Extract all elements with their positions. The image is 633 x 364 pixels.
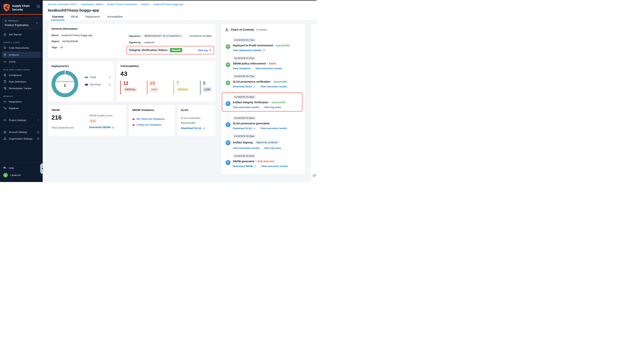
sbom-total-dependencies: 216 bbox=[52, 114, 84, 121]
external-link-icon bbox=[209, 49, 212, 52]
breadcrumb-organization[interactable]: Organization: default bbox=[81, 3, 103, 6]
allow-list-violations-link[interactable]: 637 Allow list Violations bbox=[132, 117, 172, 120]
chain-event-artifact-integrity-verification: 01/16/2025 03:26pm Artifact Integrity Ve… bbox=[222, 92, 302, 112]
feedback-chat-icon[interactable] bbox=[312, 173, 316, 177]
tab-vulnerabilities[interactable]: Vulnerabilities bbox=[107, 15, 123, 20]
view-violations-link[interactable]: View violations bbox=[233, 67, 250, 70]
severity-low: 9 LOW bbox=[200, 80, 212, 94]
view-execution-results-link[interactable]: View execution results bbox=[260, 85, 287, 88]
sidebar-item-rule-definitions[interactable]: Rule Definitions bbox=[0, 78, 43, 85]
integrations-icon bbox=[3, 100, 6, 103]
event-title: SBOM generated bbox=[233, 160, 254, 163]
sidebar-item-artifacts[interactable]: Artifacts bbox=[2, 52, 41, 58]
scan-search-icon bbox=[226, 122, 230, 127]
sidebar-item-label: CI/CD bbox=[9, 60, 16, 63]
signed-by-badge: Signed by Lavakush bbox=[254, 140, 280, 145]
artifact-name: lavakush07/easy-buggy-app bbox=[61, 34, 92, 36]
view-execution-results-link[interactable]: View execution results bbox=[255, 67, 282, 70]
event-status: failed bbox=[269, 62, 276, 65]
sidebar-item-integrations[interactable]: Integrations bbox=[0, 98, 43, 105]
download-sbom-link[interactable]: Download SBOM bbox=[233, 165, 256, 168]
slsa-verification-status: Successful bbox=[181, 121, 212, 124]
vulnerabilities-total: 43 bbox=[120, 70, 212, 77]
home-icon bbox=[3, 33, 6, 36]
info-icon[interactable] bbox=[37, 137, 40, 140]
download-slsa-link[interactable]: Download SLSA bbox=[233, 127, 256, 130]
chain-of-custody-panel: Chain of Custody (7 events) 01/16/2025 0… bbox=[221, 24, 305, 174]
view-log-entry-link[interactable]: View log entry bbox=[264, 106, 281, 108]
rule-clipboard-icon bbox=[3, 80, 6, 83]
layers-icon bbox=[3, 130, 6, 134]
view-log-link[interactable]: View log bbox=[198, 49, 212, 52]
view-execution-results-link[interactable]: View execution results bbox=[261, 165, 288, 168]
sidebar: Supply Chain Security bbox=[0, 0, 43, 182]
breadcrumb-artifacts[interactable]: Artifacts bbox=[141, 3, 150, 6]
pipeline-link-icon bbox=[226, 62, 230, 67]
view-deployment-details-link[interactable]: View deployment details bbox=[233, 49, 265, 52]
download-icon bbox=[254, 165, 256, 167]
sidebar-item-user[interactable]: L Lavakush bbox=[0, 171, 43, 179]
warning-triangle-icon bbox=[132, 123, 135, 126]
org-chart-icon bbox=[3, 137, 6, 140]
chain-of-custody-icon bbox=[225, 28, 229, 32]
view-execution-results-link[interactable]: View execution results bbox=[233, 106, 259, 108]
code-repo-icon bbox=[3, 46, 6, 50]
sidebar-item-project-settings[interactable]: Project Settings bbox=[0, 117, 43, 124]
sidebar-item-label: Code Repositories bbox=[9, 46, 29, 49]
deny-list-violations-link[interactable]: 2 Deny list Violations bbox=[132, 123, 172, 126]
sidebar-item-label: Artifacts bbox=[9, 54, 19, 56]
view-execution-results-link[interactable]: View execution results bbox=[260, 127, 287, 130]
sidebar-item-cicd[interactable]: CI/CD bbox=[0, 58, 43, 65]
sidebar-item-organization-settings[interactable]: Organization Settings bbox=[0, 135, 43, 142]
tab-overview[interactable]: Overview bbox=[52, 15, 64, 20]
card-title: SLSA bbox=[181, 108, 212, 112]
cicd-infinity-icon bbox=[3, 60, 6, 63]
tab-sbom[interactable]: SBOM bbox=[70, 15, 78, 20]
scan-search-icon bbox=[226, 140, 230, 145]
sidebar-collapse-handle[interactable] bbox=[40, 163, 43, 174]
event-timestamp: 01/16/2025 03:26pm bbox=[233, 95, 256, 99]
severity-count: 9 bbox=[203, 81, 212, 86]
event-timestamp: 01/16/2025 03:26pm bbox=[233, 134, 256, 138]
sidebar-item-remediation-tracker[interactable]: Remediation Tracker bbox=[0, 85, 43, 92]
section-heading-manage: MANAGE bbox=[3, 95, 43, 98]
donut-center-label: Total Deployments bbox=[56, 80, 74, 83]
view-execution-results-link[interactable]: View execution results bbox=[233, 147, 259, 150]
grid-apps-icon[interactable] bbox=[36, 4, 40, 8]
tab-deployments[interactable]: Deployments bbox=[85, 15, 100, 20]
sidebar-item-label: Organization Settings bbox=[9, 137, 32, 140]
panel-title: Chain of Custody bbox=[230, 28, 254, 31]
card-title: Deployments bbox=[52, 64, 110, 68]
severity-count: 7 bbox=[176, 81, 189, 86]
signature-label: Signature: bbox=[129, 34, 141, 37]
download-sbom-link[interactable]: Download SBOM bbox=[89, 126, 114, 129]
severity-row: 12 CRITICAL 15 HIGH bbox=[120, 80, 212, 94]
breadcrumb-separator: › bbox=[151, 3, 152, 6]
project-selector[interactable]: PROJECT Product Exploratory bbox=[2, 18, 40, 29]
sidebar-item-get-started[interactable]: Get Started bbox=[0, 31, 43, 38]
legend-value: 1 bbox=[109, 76, 110, 79]
sidebar-item-help[interactable]: ? Help bbox=[0, 164, 43, 171]
sidebar-item-compliance[interactable]: Compliance bbox=[0, 72, 43, 78]
download-slsa-link[interactable]: Download SLSA bbox=[233, 85, 256, 88]
view-log-entry-link[interactable]: View log entry bbox=[264, 147, 281, 150]
right-gutter bbox=[310, 24, 316, 182]
severity-badge: LOW bbox=[203, 87, 212, 92]
sidebar-item-pipelines[interactable]: Pipelines bbox=[0, 105, 43, 112]
breadcrumb-project[interactable]: Project: Product Exploratory bbox=[107, 3, 137, 6]
sidebar-item-label: Remediation Tracker bbox=[9, 87, 32, 90]
event-timestamp: 01/16/2025 03:27pm bbox=[233, 56, 256, 60]
download-slsa-link[interactable]: Download SLSA bbox=[181, 127, 205, 130]
supply-chain-security-logo-icon bbox=[3, 4, 10, 12]
chevron-right-icon bbox=[37, 119, 40, 121]
breadcrumb-current[interactable]: lavakush07/easy-buggy-app bbox=[154, 3, 183, 6]
sidebar-item-account-settings[interactable]: Account Settings bbox=[0, 129, 43, 135]
breadcrumb-account[interactable]: Account: Automation-SSCA bbox=[48, 3, 77, 6]
chain-event-sbom-policy-enforcement: 01/16/2025 03:27pm SBOM policy enforceme… bbox=[224, 56, 302, 70]
card-title: SBOM bbox=[52, 108, 122, 112]
severity-medium: 7 MEDIUM bbox=[174, 80, 200, 94]
info-icon[interactable] bbox=[37, 131, 40, 134]
divider bbox=[124, 34, 124, 54]
sidebar-item-code-repositories[interactable]: Code Repositories bbox=[0, 44, 43, 51]
deployments-card: Deployments Total Deployments 1 bbox=[48, 61, 114, 102]
